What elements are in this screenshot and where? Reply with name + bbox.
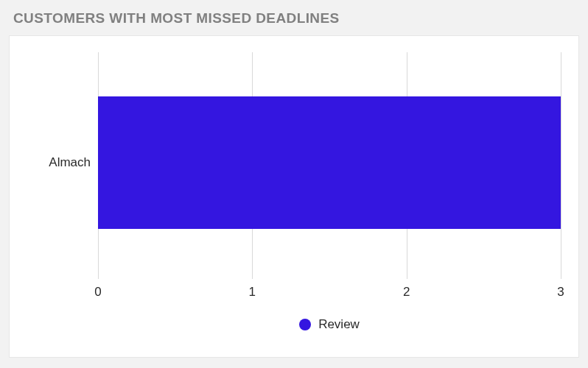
- legend: Review: [98, 317, 561, 332]
- bar-review-almach: [98, 96, 561, 229]
- grid-line: [561, 52, 561, 279]
- x-tick-label: 2: [403, 285, 410, 300]
- x-tick-label: 0: [94, 285, 101, 300]
- chart-wrap: Almach 0 1 2 3 Review: [20, 52, 561, 348]
- chart-title: CUSTOMERS WITH MOST MISSED DEADLINES: [13, 10, 579, 26]
- x-tick-label: 1: [249, 285, 256, 300]
- legend-label: Review: [318, 317, 360, 332]
- chart-card: Almach 0 1 2 3 Review: [9, 35, 579, 358]
- x-axis: 0 1 2 3: [98, 285, 561, 302]
- bar-row: [98, 96, 561, 229]
- x-tick-label: 3: [557, 285, 564, 300]
- y-tick-label: Almach: [49, 155, 91, 170]
- y-axis-labels: Almach: [20, 52, 91, 273]
- plot-area: [98, 52, 561, 273]
- legend-swatch-icon: [299, 319, 311, 330]
